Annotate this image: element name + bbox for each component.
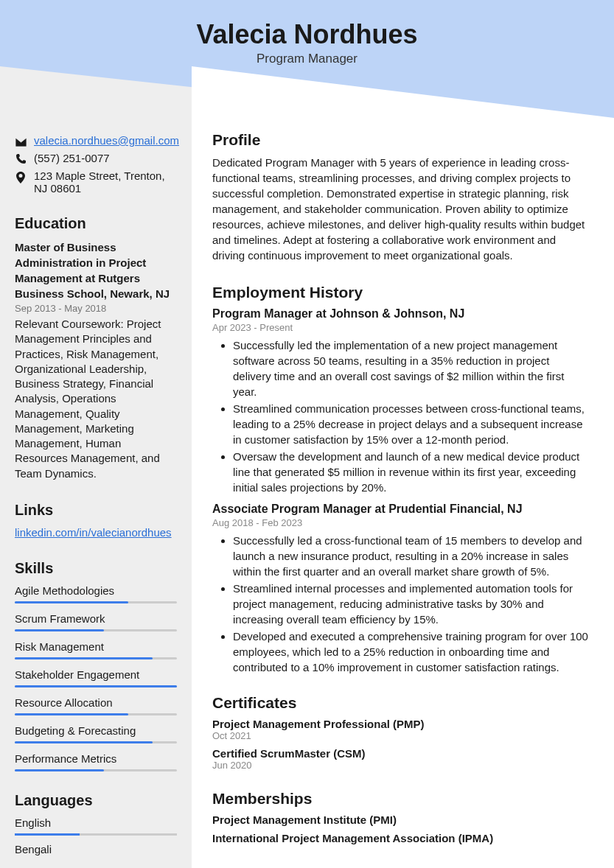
skill-name: Budgeting & Forecasting (15, 724, 177, 737)
certificate-title: Certified ScrumMaster (CSM) (212, 747, 590, 760)
contact-address-row: 123 Maple Street, Trenton, NJ 08601 (15, 169, 177, 195)
job-bullet: Developed and executed a comprehensive t… (233, 629, 590, 675)
membership-item: International Project Management Associa… (212, 832, 590, 844)
job-item: Program Manager at Johnson & Johnson, NJ… (212, 307, 590, 495)
skill-item: Resource Allocation (15, 696, 177, 715)
skill-bar (15, 629, 177, 631)
skills-heading: Skills (15, 560, 177, 577)
profile-heading: Profile (212, 131, 590, 149)
skill-fill (15, 601, 128, 603)
job-bullet: Oversaw the development and launch of a … (233, 449, 590, 495)
email-link[interactable]: valecia.nordhues@gmail.com (34, 134, 179, 147)
job-item: Associate Program Manager at Prudential … (212, 503, 590, 675)
skill-bar (15, 657, 177, 659)
skill-name: Risk Management (15, 640, 177, 653)
language-fill (15, 833, 80, 836)
linkedin-link[interactable]: linkedin.com/in/valecianordhues (15, 526, 172, 539)
language-item: Bengali (15, 843, 177, 855)
skill-item: Budgeting & Forecasting (15, 724, 177, 743)
skill-fill (15, 685, 177, 687)
location-pin-icon (15, 172, 27, 186)
job-bullets: Successfully led a cross-functional team… (212, 533, 590, 675)
job-dates: Aug 2018 - Feb 2023 (212, 517, 590, 528)
certificate-title: Project Management Professional (PMP) (212, 718, 590, 730)
job-bullet: Streamlined communication processes betw… (233, 401, 590, 447)
skill-bar (15, 713, 177, 715)
employment-heading: Employment History (212, 284, 590, 301)
skill-name: Performance Metrics (15, 752, 177, 765)
skill-name: Agile Methodologies (15, 584, 177, 597)
education-heading: Education (15, 215, 177, 232)
skill-name: Resource Allocation (15, 696, 177, 709)
skill-item: Performance Metrics (15, 752, 177, 771)
profile-text: Dedicated Program Manager with 5 years o… (212, 155, 590, 263)
education-description: Relevant Coursework: Project Management … (15, 317, 177, 481)
skill-item: Stakeholder Engagement (15, 668, 177, 687)
memberships-heading: Memberships (212, 790, 590, 808)
skill-fill (15, 741, 153, 743)
phone-text: (557) 251-0077 (34, 152, 110, 164)
language-bar (15, 833, 177, 836)
skill-bar (15, 769, 177, 771)
job-bullets: Successfully led the implementation of a… (212, 337, 590, 495)
links-heading: Links (15, 502, 177, 519)
language-name: English (15, 816, 177, 829)
job-bullet: Successfully led a cross-functional team… (233, 533, 590, 579)
skill-item: Scrum Framework (15, 612, 177, 631)
skill-bar (15, 741, 177, 743)
skill-fill (15, 657, 153, 659)
skill-bar (15, 685, 177, 687)
language-name: Bengali (15, 843, 177, 855)
skill-item: Risk Management (15, 640, 177, 659)
membership-item: Project Management Institute (PMI) (212, 813, 590, 826)
skill-item: Agile Methodologies (15, 584, 177, 603)
address-text: 123 Maple Street, Trenton, NJ 08601 (34, 169, 177, 195)
job-title: Program Manager at Johnson & Johnson, NJ (212, 307, 590, 321)
job-bullet: Successfully led the implementation of a… (233, 337, 590, 399)
certificate-date: Jun 2020 (212, 760, 590, 771)
person-name: Valecia Nordhues (0, 19, 614, 50)
education-degree: Master of Business Administration in Pro… (15, 239, 177, 301)
skill-fill (15, 629, 104, 631)
name-block: Valecia Nordhues Program Manager (0, 19, 614, 66)
certificate-item: Certified ScrumMaster (CSM) Jun 2020 (212, 747, 590, 771)
certificate-date: Oct 2021 (212, 730, 590, 741)
contact-phone-row: (557) 251-0077 (15, 152, 177, 167)
job-dates: Apr 2023 - Present (212, 322, 590, 333)
skill-name: Scrum Framework (15, 612, 177, 625)
skill-bar (15, 601, 177, 603)
education-dates: Sep 2013 - May 2018 (15, 303, 177, 314)
job-bullet: Streamlined internal processes and imple… (233, 581, 590, 627)
skill-name: Stakeholder Engagement (15, 668, 177, 681)
skill-fill (15, 769, 104, 771)
certificate-item: Project Management Professional (PMP) Oc… (212, 718, 590, 741)
languages-heading: Languages (15, 792, 177, 809)
certificates-heading: Certificates (212, 694, 590, 712)
phone-icon (15, 154, 27, 167)
person-title: Program Manager (0, 52, 614, 66)
language-item: English (15, 816, 177, 836)
job-title: Associate Program Manager at Prudential … (212, 503, 590, 516)
skill-fill (15, 713, 128, 715)
envelope-icon (15, 136, 27, 149)
contact-email-row: valecia.nordhues@gmail.com (15, 134, 177, 149)
